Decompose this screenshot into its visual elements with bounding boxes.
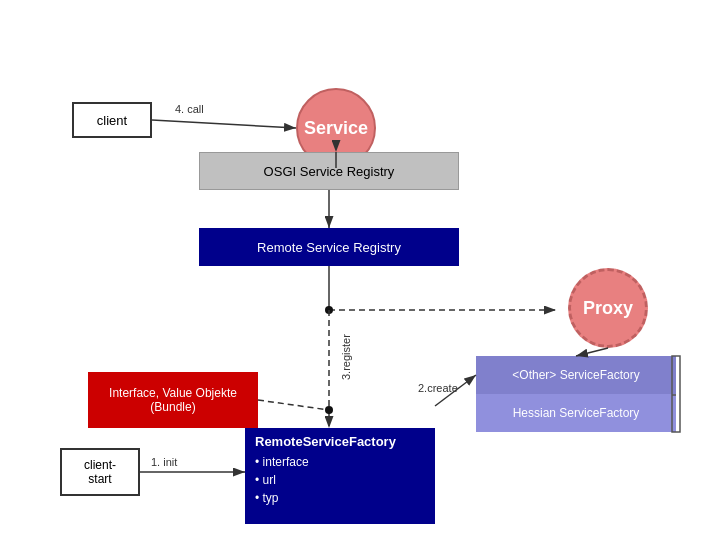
service-factory-label: <Other> ServiceFactory [512,368,639,382]
osgi-registry-label: OSGI Service Registry [264,164,395,179]
client-label: client [97,113,127,128]
svg-point-13 [325,406,333,414]
create-label: 2.create [418,382,458,394]
rsf-item-interface: • interface [255,453,309,471]
service-label: Service [304,118,368,139]
rsf-title: RemoteServiceFactory [255,434,396,449]
remote-registry-label: Remote Service Registry [257,240,401,255]
service-factory-box: <Other> ServiceFactory [476,356,676,394]
diagram: client Service OSGI Service Registry Rem… [0,0,720,540]
hessian-label: Hessian ServiceFactory [513,406,640,420]
hessian-box: Hessian ServiceFactory [476,394,676,432]
interface-bundle-label: Interface, Value Objekte (Bundle) [109,386,237,414]
proxy-label: Proxy [583,298,633,319]
svg-line-11 [435,375,476,406]
svg-point-9 [325,306,333,314]
osgi-registry-box: OSGI Service Registry [199,152,459,190]
client-box: client [72,102,152,138]
svg-line-4 [152,120,296,128]
client-start-box: client- start [60,448,140,496]
client-start-label: client- start [84,458,116,486]
remote-registry-box: Remote Service Registry [199,228,459,266]
svg-line-12 [258,400,329,410]
rsf-item-typ: • typ [255,489,279,507]
call-label: 4. call [175,103,204,115]
interface-bundle-box: Interface, Value Objekte (Bundle) [88,372,258,428]
register-label: 3.register [340,334,352,380]
init-label: 1. init [151,456,177,468]
rsf-item-url: • url [255,471,276,489]
remote-service-factory-box: RemoteServiceFactory • interface • url •… [245,428,435,524]
proxy-circle: Proxy [568,268,648,348]
svg-line-14 [576,348,608,356]
